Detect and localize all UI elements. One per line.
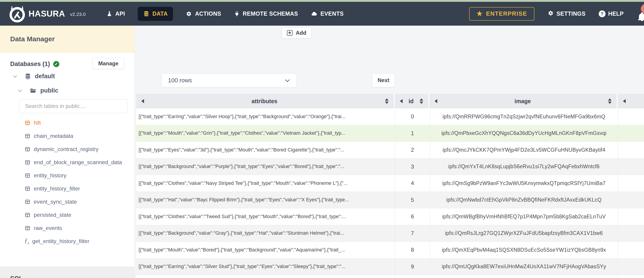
notifications-button[interactable]: 8 bbox=[637, 5, 644, 23]
tree-item-schema-public[interactable]: public bbox=[18, 87, 58, 94]
sidebar-table-item[interactable]: entity_history bbox=[0, 169, 134, 182]
sidebar-table-label: entity_history_filter bbox=[34, 186, 80, 192]
folder-open-icon bbox=[30, 87, 37, 94]
cell-image[interactable]: ipfs://QmRRPWG96cmgTn2qSzjwr2qvfNEuhunv6… bbox=[430, 108, 618, 125]
sort-icon[interactable] bbox=[608, 98, 612, 104]
chevron-down-icon[interactable] bbox=[18, 89, 22, 92]
cell-extra bbox=[618, 258, 644, 275]
cell-attributes[interactable]: [{"trait_type":"Earring","value":"Silver… bbox=[136, 258, 395, 275]
sidebar-table-item[interactable]: chain_metadata bbox=[0, 129, 134, 143]
nav-item-label: ACTIONS bbox=[195, 11, 221, 17]
cell-image[interactable]: ipfs://QmNwbd7ctEhGpVkP8nZvBBQfiNeFKRdxf… bbox=[430, 192, 618, 208]
cell-image[interactable]: ipfs://QmUQgKka8EW7exiUHnMwZ4UoXA11wV7NF… bbox=[430, 258, 618, 275]
cell-id[interactable]: 8 bbox=[395, 242, 430, 258]
rows-per-page-select[interactable]: 100 rows bbox=[162, 73, 297, 87]
sidebar-table-item[interactable]: entity_history_filter bbox=[0, 182, 134, 195]
enterprise-button[interactable]: ENTERPRISE bbox=[469, 7, 534, 21]
nav-item-actions[interactable]: ACTIONS bbox=[186, 11, 221, 17]
plug-icon bbox=[234, 11, 240, 17]
cell-id[interactable]: 7 bbox=[395, 225, 430, 242]
cell-attributes[interactable]: [{"trait_type":"Clothes","value":"Navy S… bbox=[136, 175, 395, 192]
collapse-column-icon[interactable] bbox=[434, 99, 437, 103]
add-button-label: Add bbox=[296, 30, 306, 36]
table-row: [{"trait_type":"Background","value":"Pur… bbox=[136, 159, 644, 175]
cell-extra bbox=[618, 108, 644, 125]
cell-id[interactable]: 0 bbox=[395, 108, 430, 125]
column-header-image[interactable]: image bbox=[430, 94, 618, 108]
cell-image[interactable]: ipfs://QmXEqPbvM4aq1SQSXN8DSuEcSo5SseYW1… bbox=[430, 242, 618, 258]
check-circle-icon bbox=[53, 61, 59, 67]
settings-button[interactable]: SETTINGS bbox=[548, 10, 586, 18]
nav-item-label: REMOTE SCHEMAS bbox=[243, 11, 298, 17]
sidebar-table-item[interactable]: raw_events bbox=[0, 222, 134, 235]
cell-id[interactable]: 3 bbox=[395, 159, 430, 175]
sidebar-footer: SQL bbox=[0, 267, 134, 278]
sort-icon[interactable] bbox=[420, 98, 423, 104]
cell-image[interactable]: ipfs://QmSg9bPzW9anFYc3wWU5KnvymwkxQTpmq… bbox=[430, 175, 618, 192]
sql-section-label[interactable]: SQL bbox=[10, 275, 23, 278]
databases-label: Databases (1) bbox=[10, 61, 59, 68]
rows-select-value: 100 rows bbox=[168, 77, 192, 84]
column-header-id[interactable]: id bbox=[395, 94, 430, 108]
cell-id[interactable]: 2 bbox=[395, 142, 430, 158]
cell-attributes[interactable]: [{"trait_type":"Eyes","value":"3d"},{"tr… bbox=[136, 142, 395, 158]
table-row: [{"trait_type":"Earring","value":"Silver… bbox=[136, 108, 644, 125]
nav-item-api[interactable]: API bbox=[106, 11, 125, 17]
chevron-down-icon[interactable] bbox=[13, 75, 17, 78]
cell-attributes[interactable]: [{"trait_type":"Background","value":"Pur… bbox=[136, 159, 395, 175]
help-button[interactable]: HELP bbox=[599, 11, 624, 17]
nav-item-data[interactable]: DATA bbox=[138, 7, 173, 21]
sort-icon[interactable] bbox=[385, 98, 388, 104]
tree-schema-label: public bbox=[40, 87, 58, 94]
chevron-down-icon bbox=[285, 77, 290, 84]
cell-id[interactable]: 6 bbox=[395, 208, 430, 225]
sidebar-table-item[interactable]: event_sync_state bbox=[0, 195, 134, 208]
sidebar-table-label: dynamic_contract_registry bbox=[34, 146, 98, 152]
column-header-attributes[interactable]: attributes bbox=[136, 94, 395, 108]
cell-extra bbox=[618, 225, 644, 242]
cell-extra bbox=[618, 192, 644, 208]
cell-image[interactable]: ipfs://QmWBgfBhyVmHNhBfEQ7p1P4Mpn7pm5b8K… bbox=[430, 208, 618, 225]
cell-attributes[interactable]: [{"trait_type":"Clothes","value":"Tweed … bbox=[136, 208, 395, 225]
add-row-button[interactable]: Add bbox=[282, 27, 312, 39]
sidebar-table-item[interactable]: persisted_state bbox=[0, 208, 134, 222]
table-grid-icon bbox=[24, 173, 30, 178]
table-row: [{"trait_type":"Background","value":"Gra… bbox=[136, 225, 644, 242]
flask-icon bbox=[106, 11, 112, 17]
collapse-column-icon[interactable] bbox=[141, 99, 144, 103]
cell-attributes[interactable]: [{"trait_type":"Hat","value":"Bayc Flipp… bbox=[136, 192, 395, 208]
cell-attributes[interactable]: [{"trait_type":"Earring","value":"Silver… bbox=[136, 108, 395, 125]
cell-image[interactable]: ipfs://QmPbxeGcXhYQQNgsC6a36dDyYUcHgMLnG… bbox=[430, 125, 618, 142]
search-tables-input[interactable] bbox=[19, 99, 128, 113]
table-grid-icon bbox=[24, 160, 30, 165]
hasura-brand[interactable]: HASURA v2.23.0 bbox=[8, 5, 86, 23]
table-row: [{"trait_type":"Earring","value":"Silver… bbox=[136, 258, 644, 275]
sidebar-table-item[interactable]: dynamic_contract_registry bbox=[0, 143, 134, 156]
cell-attributes[interactable]: [{"trait_type":"Mouth","value":"Grin"},{… bbox=[136, 125, 395, 142]
cell-attributes[interactable]: [{"trait_type":"Background","value":"Gra… bbox=[136, 225, 395, 242]
column-header-partial[interactable] bbox=[618, 94, 644, 108]
cell-image[interactable]: ipfs://QmRsJLrg27GQ1ZWyrXZFuJFdU5bapfzsy… bbox=[430, 225, 618, 242]
cell-id[interactable]: 1 bbox=[395, 125, 430, 142]
cell-id[interactable]: 9 bbox=[395, 258, 430, 275]
collapse-column-icon[interactable] bbox=[623, 99, 626, 103]
cell-id[interactable]: 5 bbox=[395, 192, 430, 208]
sidebar-function-item[interactable]: get_entity_history_filter bbox=[0, 235, 134, 248]
collapse-column-icon[interactable] bbox=[400, 99, 402, 103]
nav-item-remote-schemas[interactable]: REMOTE SCHEMAS bbox=[234, 11, 298, 17]
cell-attributes[interactable]: [{"trait_type":"Mouth","value":"Bored"},… bbox=[136, 242, 395, 258]
cell-id[interactable]: 4 bbox=[395, 175, 430, 192]
tree-item-database-default[interactable]: default bbox=[13, 73, 55, 80]
cell-image[interactable]: ipfs://QmYxT4LnK8sqLupjbS6eRvu1si7Ly2wFQ… bbox=[430, 159, 618, 175]
manage-button[interactable]: Manage bbox=[92, 58, 124, 69]
table-list: Nftchain_metadatadynamic_contract_regist… bbox=[0, 116, 134, 248]
brand-version: v2.23.0 bbox=[70, 12, 86, 17]
sidebar-table-item[interactable]: Nft bbox=[0, 116, 134, 129]
data-manager-header: Data Manager bbox=[0, 26, 134, 53]
cell-image[interactable]: ipfs://QmcJYkCKK7QPmYWjp4FD2e3Lv5WCGFuHN… bbox=[430, 142, 618, 158]
sidebar-table-label: Nft bbox=[34, 120, 41, 126]
nav-item-events[interactable]: EVENTS bbox=[311, 11, 344, 17]
next-page-button[interactable]: Next bbox=[372, 73, 395, 87]
table-row: [{"trait_type":"Clothes","value":"Navy S… bbox=[136, 175, 644, 192]
sidebar-table-item[interactable]: end_of_block_range_scanned_data bbox=[0, 156, 134, 169]
